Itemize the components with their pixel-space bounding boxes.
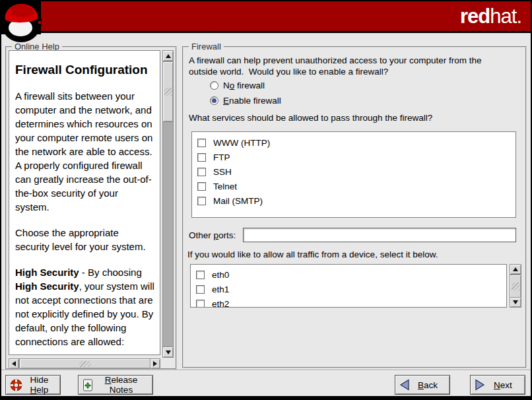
help-scroll-right-button[interactable]	[150, 358, 160, 369]
redhat-wordmark: redhat.	[460, 5, 521, 28]
scroll-grip-icon	[164, 88, 172, 96]
arrow-left-icon	[12, 361, 16, 366]
help-vscroll-thumb[interactable]	[162, 61, 174, 122]
checkbox-icon[interactable]	[196, 285, 205, 294]
radio-button-icon[interactable]	[210, 81, 218, 90]
radio-no-firewall-label: No firewall	[223, 81, 265, 90]
checkbox-icon[interactable]	[197, 153, 206, 162]
other-ports-label: Other ports:	[189, 230, 236, 240]
help-hscroll-thumb[interactable]	[19, 358, 151, 369]
arrow-down-icon	[166, 350, 171, 354]
checkbox-icon[interactable]	[197, 197, 206, 205]
bottom-separator	[1, 370, 531, 371]
checkbox-icon[interactable]	[197, 139, 206, 147]
service-row-telnet[interactable]: Telnet	[192, 179, 515, 193]
checkbox-icon[interactable]	[196, 300, 205, 308]
scroll-grip-icon	[512, 283, 519, 290]
next-button[interactable]: Next	[470, 375, 525, 395]
wordmark-light: hat.	[490, 5, 521, 28]
brand-banner	[1, 1, 531, 33]
device-row-eth1[interactable]: eth1	[191, 282, 506, 296]
services-list[interactable]: WWW (HTTP) FTP SSH Telnet Mail (SMTP)	[191, 131, 516, 218]
device-vscroll-thumb[interactable]	[510, 275, 521, 298]
help-paragraph-1: A firewall sits between your computer an…	[15, 89, 154, 214]
firewall-panel: Firewall A firewall can help prevent una…	[182, 46, 527, 368]
release-notes-button[interactable]: Release Notes	[78, 375, 153, 395]
arrow-up-icon	[166, 54, 171, 58]
help-scroll-left-button[interactable]	[9, 358, 19, 369]
service-row-mail[interactable]: Mail (SMTP)	[192, 193, 515, 208]
help-horizontal-scrollbar[interactable]	[9, 358, 160, 369]
arrow-up-icon	[513, 267, 518, 271]
back-arrow-icon	[399, 379, 410, 391]
redhat-shadowman-icon	[1, 1, 44, 44]
back-button[interactable]: Back	[395, 375, 450, 395]
help-text-viewport: Firewall Configuration A firewall sits b…	[9, 50, 160, 355]
service-row-ftp[interactable]: FTP	[192, 150, 515, 164]
device-row-eth0[interactable]: eth0	[191, 267, 506, 282]
help-vertical-scrollbar[interactable]	[162, 50, 174, 358]
device-list-scrollbar[interactable]	[510, 264, 521, 308]
release-notes-label: Release Notes	[94, 375, 152, 395]
hide-help-label: Hide Help	[22, 375, 60, 395]
other-ports-input[interactable]	[243, 228, 516, 242]
next-label: Next	[485, 380, 525, 390]
help-scroll-down-button[interactable]	[162, 347, 174, 358]
radio-enable-firewall-label: Enable firewall	[223, 96, 281, 106]
help-title: Firewall Configuration	[15, 63, 154, 77]
arrow-right-icon	[153, 361, 157, 366]
checkbox-icon[interactable]	[196, 271, 205, 279]
installer-window: redhat. Online Help Firewall Configurati…	[1, 1, 531, 396]
online-help-panel: Online Help Firewall Configuration A fir…	[5, 46, 177, 370]
arrow-down-icon	[513, 300, 518, 304]
device-scroll-down-button[interactable]	[510, 297, 521, 308]
device-scroll-up-button[interactable]	[510, 264, 521, 275]
device-row-eth2[interactable]: eth2	[191, 296, 506, 308]
firewall-frame-label: Firewall	[189, 42, 224, 51]
service-row-ssh[interactable]: SSH	[192, 164, 515, 179]
service-row-www[interactable]: WWW (HTTP)	[192, 135, 515, 150]
help-paragraph-2: Choose the appropriate security level fo…	[15, 226, 154, 253]
radio-button-selected-icon[interactable]	[210, 96, 218, 105]
life-ring-icon	[10, 379, 22, 391]
back-label: Back	[410, 380, 449, 390]
device-list[interactable]: eth0 eth1 eth2	[190, 264, 507, 308]
help-scroll-up-button[interactable]	[162, 50, 174, 61]
wordmark-bold: red	[460, 5, 490, 28]
services-question: What services should be allowed to pass …	[189, 113, 432, 123]
radio-no-firewall[interactable]: No firewall	[210, 81, 265, 90]
scroll-grip-icon	[79, 361, 91, 367]
release-notes-icon	[83, 379, 94, 391]
help-paragraph-3: High Security - By choosing High Securit…	[15, 265, 154, 349]
checkbox-icon[interactable]	[197, 182, 206, 191]
hide-help-button[interactable]: Hide Help	[5, 375, 61, 395]
checkbox-icon[interactable]	[197, 168, 206, 176]
next-arrow-icon	[475, 379, 485, 391]
device-instruction: If you would like to allow all traffic f…	[187, 250, 438, 259]
firewall-intro-text: A firewall can help prevent unauthorized…	[189, 55, 519, 77]
radio-enable-firewall[interactable]: Enable firewall	[210, 96, 281, 106]
